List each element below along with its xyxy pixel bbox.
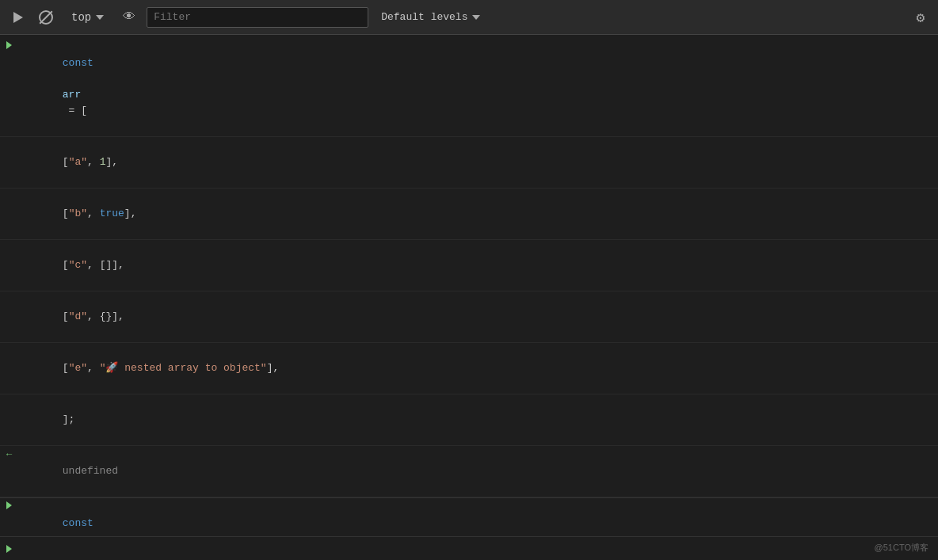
- levels-chevron-icon: [472, 15, 480, 20]
- play-icon: [13, 12, 23, 23]
- levels-button[interactable]: Default levels: [375, 9, 486, 25]
- ban-button[interactable]: [35, 6, 57, 29]
- line-content: ];: [25, 396, 932, 444]
- console-line: ["a", 1],: [0, 137, 938, 189]
- chevron-down-icon: [96, 15, 104, 20]
- levels-label: Default levels: [381, 11, 467, 23]
- console-line: const arr = [: [0, 38, 938, 137]
- line-content: ["a", 1],: [25, 139, 932, 186]
- console-input-line: [0, 536, 938, 560]
- expand-right-icon[interactable]: [6, 501, 12, 509]
- gear-icon: ⚙: [917, 9, 925, 26]
- line-content: const obj = Object . fromEntries ( arr )…: [25, 500, 932, 536]
- console-line: ["e", "🚀 nested array to object"],: [0, 343, 938, 394]
- ban-icon: [39, 10, 53, 25]
- left-arrow-icon: ←: [6, 449, 12, 460]
- devtools-toolbar: top 👁 Default levels ⚙: [0, 0, 938, 35]
- keyword: const: [63, 57, 93, 69]
- console-line: ["c", []],: [0, 240, 938, 291]
- line-content: ["e", "🚀 nested array to object"],: [25, 345, 932, 392]
- input-prefix: [6, 500, 22, 509]
- console-line: ["b", true],: [0, 189, 938, 240]
- watermark: @51CTO博客: [875, 542, 928, 554]
- eye-button[interactable]: 👁: [118, 6, 140, 29]
- settings-button[interactable]: ⚙: [909, 6, 932, 29]
- expand-right-icon[interactable]: [6, 41, 12, 49]
- line-content: ["d", {}],: [25, 293, 932, 341]
- output-prefix: ←: [6, 448, 22, 460]
- line-content: undefined: [25, 448, 932, 495]
- line-content: const arr = [: [25, 40, 932, 135]
- context-value: top: [71, 11, 91, 24]
- console-input[interactable]: [18, 543, 932, 554]
- eye-icon: 👁: [123, 10, 135, 25]
- prompt-icon: [6, 545, 12, 553]
- console-line: const obj = Object . fromEntries ( arr )…: [0, 497, 938, 536]
- line-content: ["c", []],: [25, 242, 932, 289]
- input-prefix: [6, 40, 22, 49]
- play-button[interactable]: [6, 6, 29, 29]
- context-selector[interactable]: top: [63, 8, 112, 27]
- console-line: ];: [0, 394, 938, 446]
- console-output: const arr = [ ["a", 1], ["b", true], ["c…: [0, 35, 938, 536]
- output-line: ← undefined: [0, 446, 938, 497]
- filter-input[interactable]: [147, 7, 368, 28]
- line-content: ["b", true],: [25, 190, 932, 238]
- console-line: ["d", {}],: [0, 291, 938, 343]
